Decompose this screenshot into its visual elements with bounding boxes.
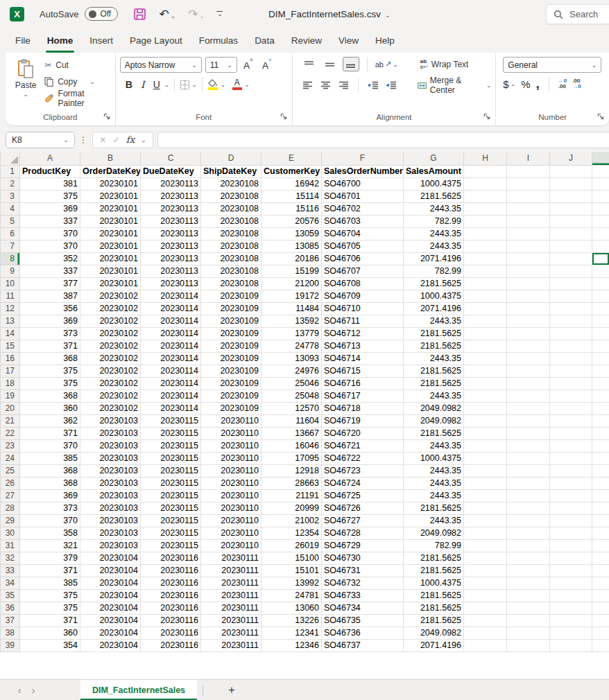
cell-B21[interactable]: 20230103 [80, 414, 141, 427]
cell-G31[interactable]: 782.99 [404, 539, 464, 552]
cell-D38[interactable]: 20230111 [201, 627, 261, 639]
cell-J23[interactable] [550, 439, 592, 452]
cell-E28[interactable]: 20999 [261, 502, 322, 514]
orientation-button[interactable]: ab ↗ ⌄ [375, 60, 398, 69]
search-input[interactable]: Search [546, 4, 609, 24]
cell-G14[interactable]: 2181.5625 [404, 327, 464, 340]
cell-D3[interactable]: 20230108 [201, 190, 261, 202]
cell-I4[interactable] [507, 202, 550, 215]
cell-A7[interactable]: 370 [20, 240, 80, 252]
cell-G34[interactable]: 1000.4375 [404, 577, 464, 589]
cell-C25[interactable]: 20230115 [141, 464, 201, 477]
cell-K12[interactable] [592, 302, 609, 315]
cell-G22[interactable]: 2181.5625 [404, 427, 464, 439]
row-header-13[interactable]: 13 [1, 315, 20, 327]
cell-G39[interactable]: 2071.4196 [404, 639, 464, 651]
cell-H5[interactable] [464, 215, 507, 227]
cell-H4[interactable] [464, 202, 507, 215]
cell-D31[interactable]: 20230110 [201, 539, 261, 552]
cell-C31[interactable]: 20230115 [141, 539, 201, 552]
cell-F13[interactable]: SO46711 [322, 315, 404, 327]
cell-C28[interactable]: 20230115 [141, 502, 201, 514]
cell-J31[interactable] [550, 539, 592, 552]
row-header-27[interactable]: 27 [1, 489, 20, 502]
cell-J16[interactable] [550, 352, 592, 365]
cell-E7[interactable]: 13085 [261, 240, 322, 252]
cell-H26[interactable] [464, 477, 507, 489]
cell-A15[interactable]: 371 [20, 340, 80, 352]
cell-F6[interactable]: SO46704 [322, 227, 404, 240]
cell-G11[interactable]: 1000.4375 [404, 290, 464, 302]
select-all-corner[interactable] [1, 152, 20, 165]
cell-A27[interactable]: 369 [20, 489, 80, 502]
cell-J11[interactable] [550, 290, 592, 302]
redo-button[interactable]: ↷ ⌄ [188, 7, 205, 21]
paste-button[interactable]: Paste ⌄ [10, 57, 42, 109]
cell-I35[interactable] [507, 589, 550, 602]
cell-C9[interactable]: 20230113 [141, 265, 201, 277]
cell-J39[interactable] [550, 639, 592, 651]
name-box[interactable]: K8 ⌄ [6, 132, 75, 148]
cell-G18[interactable]: 2181.5625 [404, 377, 464, 390]
cell-A32[interactable]: 379 [20, 552, 80, 564]
cell-C21[interactable]: 20230115 [141, 414, 201, 427]
cell-D9[interactable]: 20230108 [201, 265, 261, 277]
cell-I17[interactable] [507, 365, 550, 377]
cell-B37[interactable]: 20230104 [80, 614, 141, 627]
cell-C23[interactable]: 20230115 [141, 439, 201, 452]
cell-A20[interactable]: 360 [20, 402, 80, 414]
cell-A9[interactable]: 337 [20, 265, 80, 277]
cell-D37[interactable]: 20230111 [201, 614, 261, 627]
cell-K19[interactable] [592, 390, 609, 402]
cell-A38[interactable]: 360 [20, 627, 80, 639]
row-header-35[interactable]: 35 [1, 589, 20, 602]
cell-I31[interactable] [507, 539, 550, 552]
cell-B34[interactable]: 20230104 [80, 577, 141, 589]
cell-J25[interactable] [550, 464, 592, 477]
fill-color-button[interactable]: ⌄ [207, 79, 226, 90]
cell-I2[interactable] [507, 177, 550, 190]
cell-F15[interactable]: SO46713 [322, 340, 404, 352]
cell-E25[interactable]: 12918 [261, 464, 322, 477]
cell-F29[interactable]: SO46727 [322, 514, 404, 527]
cell-J24[interactable] [550, 452, 592, 464]
cell-B35[interactable]: 20230104 [80, 589, 141, 602]
cell-F37[interactable]: SO46735 [322, 614, 404, 627]
column-header-G[interactable]: G [404, 152, 464, 165]
row-header-5[interactable]: 5 [1, 215, 20, 227]
cell-F16[interactable]: SO46714 [322, 352, 404, 365]
cell-E9[interactable]: 15199 [261, 265, 322, 277]
cell-D17[interactable]: 20230109 [201, 365, 261, 377]
cell-F4[interactable]: SO46702 [322, 202, 404, 215]
cell-E10[interactable]: 21200 [261, 277, 322, 290]
cell-E8[interactable]: 20186 [261, 252, 322, 265]
cell-F19[interactable]: SO46717 [322, 390, 404, 402]
cell-H30[interactable] [464, 527, 507, 539]
row-header-29[interactable]: 29 [1, 514, 20, 527]
cell-G29[interactable]: 2443.35 [404, 514, 464, 527]
cell-C11[interactable]: 20230114 [141, 290, 201, 302]
cell-I22[interactable] [507, 427, 550, 439]
cell-D1[interactable]: ShipDateKey [201, 165, 261, 177]
cell-J10[interactable] [550, 277, 592, 290]
cell-F20[interactable]: SO46718 [322, 402, 404, 414]
comma-style-button[interactable]: , [536, 80, 540, 87]
cell-C8[interactable]: 20230113 [141, 252, 201, 265]
cell-A29[interactable]: 370 [20, 514, 80, 527]
cell-I7[interactable] [507, 240, 550, 252]
cell-H15[interactable] [464, 340, 507, 352]
cell-H38[interactable] [464, 627, 507, 639]
cell-H27[interactable] [464, 489, 507, 502]
row-header-18[interactable]: 18 [1, 377, 20, 390]
cell-J5[interactable] [550, 215, 592, 227]
cell-G8[interactable]: 2071.4196 [404, 252, 464, 265]
cell-C34[interactable]: 20230116 [141, 577, 201, 589]
row-header-3[interactable]: 3 [1, 190, 20, 202]
cell-F21[interactable]: SO46719 [322, 414, 404, 427]
cell-F25[interactable]: SO46723 [322, 464, 404, 477]
cell-J36[interactable] [550, 602, 592, 614]
cell-J15[interactable] [550, 340, 592, 352]
row-header-30[interactable]: 30 [1, 527, 20, 539]
cell-J9[interactable] [550, 265, 592, 277]
cell-I12[interactable] [507, 302, 550, 315]
